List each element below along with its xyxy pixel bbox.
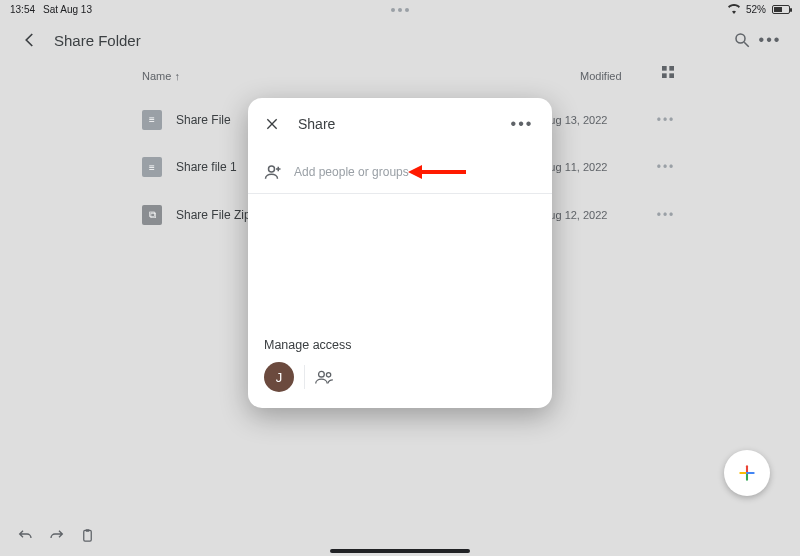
- svg-rect-6: [84, 530, 92, 541]
- add-people-row[interactable]: [248, 150, 552, 194]
- create-new-fab[interactable]: [724, 450, 770, 496]
- svg-point-9: [319, 371, 325, 377]
- dialog-close-button[interactable]: [258, 110, 286, 138]
- svg-point-10: [326, 373, 330, 377]
- search-button[interactable]: [728, 26, 756, 54]
- file-modified: Aug 11, 2022: [542, 161, 652, 173]
- svg-rect-2: [662, 66, 667, 71]
- page-title: Share Folder: [54, 32, 141, 49]
- add-people-input[interactable]: [294, 165, 536, 179]
- battery-icon: [772, 5, 790, 14]
- manage-access-label[interactable]: Manage access: [264, 338, 536, 352]
- column-name[interactable]: Name ↑: [142, 70, 580, 82]
- doc-icon: ≡: [142, 157, 162, 177]
- multitask-dots-icon[interactable]: [391, 8, 409, 12]
- svg-rect-7: [86, 529, 90, 532]
- bottom-toolbar: [16, 528, 95, 544]
- svg-point-0: [736, 34, 745, 43]
- undo-button[interactable]: [16, 528, 34, 544]
- file-more-button[interactable]: •••: [652, 208, 680, 222]
- zip-icon: ⧉: [142, 205, 162, 225]
- file-modified: Aug 13, 2022: [542, 114, 652, 126]
- file-modified: Aug 12, 2022: [542, 209, 652, 221]
- file-more-button[interactable]: •••: [652, 113, 680, 127]
- svg-line-1: [744, 42, 749, 47]
- home-indicator[interactable]: [330, 549, 470, 553]
- divider: [304, 365, 305, 389]
- share-dialog: Share ••• Manage access J: [248, 98, 552, 408]
- svg-rect-4: [662, 73, 667, 78]
- clipboard-button[interactable]: [80, 528, 95, 544]
- status-date: Sat Aug 13: [43, 4, 92, 15]
- dialog-title: Share: [298, 116, 335, 132]
- doc-icon: ≡: [142, 110, 162, 130]
- more-options-button[interactable]: •••: [756, 26, 784, 54]
- svg-point-8: [269, 166, 275, 172]
- svg-rect-3: [669, 66, 674, 71]
- user-avatar[interactable]: J: [264, 362, 294, 392]
- status-time: 13:54: [10, 4, 35, 15]
- back-button[interactable]: [16, 26, 44, 54]
- svg-rect-5: [669, 73, 674, 78]
- group-icon[interactable]: [315, 369, 335, 385]
- battery-percent: 52%: [746, 4, 766, 15]
- file-more-button[interactable]: •••: [652, 160, 680, 174]
- person-add-icon: [264, 163, 282, 181]
- column-headers: Name ↑ Modified: [142, 64, 700, 88]
- dialog-more-button[interactable]: •••: [508, 110, 536, 138]
- grid-view-toggle[interactable]: [660, 64, 700, 80]
- redo-button[interactable]: [48, 528, 66, 544]
- app-bar: Share Folder •••: [0, 22, 800, 58]
- wifi-icon: [728, 4, 740, 14]
